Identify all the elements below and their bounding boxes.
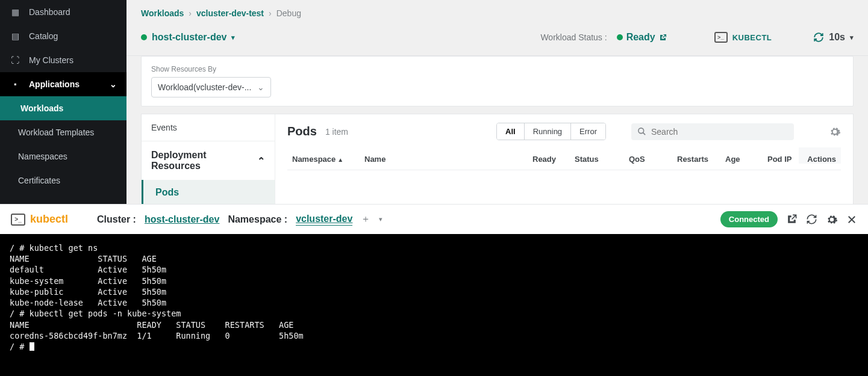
sidebar-sub-label: Namespaces [18,152,67,161]
breadcrumb-item[interactable]: vcluster-dev-test [196,8,264,18]
resource-nav: Events Deployment Resources ⌃ Pods [142,114,275,205]
breadcrumb-sep: › [189,8,192,18]
col-qos[interactable]: QoS [624,155,672,164]
col-actions: Actions [799,147,841,164]
filter-card: Show Resources By Workload(vcluster-dev-… [141,56,854,106]
col-status[interactable]: Status [570,155,624,164]
kubectl-brand: kubectl [30,213,68,226]
sidebar-sub-certificates[interactable]: Certificates [0,168,126,193]
sidebar-item-label: Dashboard [29,7,70,17]
panel-title: Pods [287,125,317,138]
breadcrumb-sep: › [269,8,272,18]
interval-label: 10s [829,32,845,43]
col-age[interactable]: Age [720,155,763,164]
popout-button[interactable] [786,214,798,225]
sidebar-sub-label: Certificates [18,176,60,185]
clusters-icon: ⛶ [10,55,20,65]
chevron-down-icon: ⌄ [110,79,117,89]
kubectl-logo: >_ kubectl [11,213,68,226]
select-value: Workload(vcluster-dev-... [158,82,251,92]
external-link-icon [659,34,667,42]
chevron-down-icon: ▾ [850,34,854,42]
terminal-icon: >_ [11,214,25,226]
kubectl-label: KUBECTL [732,33,772,42]
sidebar-sub-label: Workload Templates [18,128,94,137]
item-count: 1 item [325,127,348,137]
events-label: Events [151,123,177,132]
col-pod-ip[interactable]: Pod IP [763,155,799,164]
status-badge[interactable]: Ready [617,32,667,43]
resources-panel: Events Deployment Resources ⌃ Pods Pods … [141,114,854,206]
terminal-icon: >_ [714,32,728,43]
sidebar-item-my-clusters[interactable]: ⛶ My Clusters [0,48,126,72]
col-name[interactable]: Name [360,155,528,164]
connection-badge: Connected [720,211,778,227]
filter-error-button[interactable]: Error [570,123,605,140]
chevron-up-icon: ⌃ [257,155,265,167]
breadcrumb-current: Debug [276,8,301,18]
breadcrumb-workloads[interactable]: Workloads [141,8,184,18]
search-box[interactable] [631,123,794,140]
resource-filter-select[interactable]: Workload(vcluster-dev-... ⌄ [151,77,271,97]
applications-icon: 🞍 [10,79,20,89]
cluster-selector[interactable]: host-cluster-dev ▾ [141,32,235,43]
sidebar-sub-namespaces[interactable]: Namespaces [0,144,126,168]
sidebar-sub-workload-templates[interactable]: Workload Templates [0,120,126,144]
sidebar-sub-workloads[interactable]: Workloads [0,96,126,120]
svg-point-0 [639,128,644,134]
filter-label: Show Resources By [151,65,843,73]
sort-asc-icon: ▲ [337,156,343,163]
pods-panel: Pods 1 item All Running Error [275,114,853,205]
terminal-output[interactable]: / # kubectl get ns NAME STATUS AGE defau… [0,234,868,376]
settings-button[interactable] [826,214,838,226]
refresh-interval[interactable]: 10s ▾ [813,32,854,43]
status-dot-icon [617,34,623,40]
dr-label: Deployment Resources [151,150,257,171]
status-dot-icon [141,34,147,40]
deployment-resources-header[interactable]: Deployment Resources ⌃ [142,141,275,180]
dashboard-icon: ▦ [10,7,20,17]
search-input[interactable] [651,127,788,137]
close-icon [846,214,857,225]
chevron-down-icon: ⌄ [257,82,264,92]
sidebar-item-label: Applications [29,79,80,89]
kubectl-button[interactable]: >_ KUBECTL [710,29,776,46]
terminal-header: >_ kubectl Cluster : host-cluster-dev Na… [0,204,868,234]
gear-icon [826,214,838,226]
sidebar-item-dashboard[interactable]: ▦ Dashboard [0,0,126,24]
main-content: Workloads › vcluster-dev-test › Debug ho… [126,0,868,204]
filter-running-button[interactable]: Running [524,123,570,140]
search-icon [637,127,646,136]
table-header: Namespace▲ Name Ready Status QoS Restart… [287,147,841,170]
sidebar-item-label: Catalog [29,31,58,41]
sidebar-item-label: My Clusters [29,55,73,65]
workload-status-label: Workload Status : [540,32,607,42]
settings-button[interactable] [829,126,841,138]
add-namespace-button[interactable]: ＋ [361,213,370,226]
refresh-icon [813,32,824,43]
cluster-label: Cluster : [97,214,136,225]
catalog-icon: ▤ [10,31,20,41]
col-namespace[interactable]: Namespace▲ [287,155,360,164]
pods-nav-item[interactable]: Pods [142,180,275,205]
sidebar: ▦ Dashboard ▤ Catalog ⛶ My Clusters 🞍 Ap… [0,0,126,204]
refresh-button[interactable] [806,214,817,225]
cluster-link[interactable]: host-cluster-dev [145,214,219,225]
events-tab[interactable]: Events [142,114,275,141]
col-ready[interactable]: Ready [528,155,570,164]
gear-icon [829,126,841,138]
breadcrumb: Workloads › vcluster-dev-test › Debug [126,0,868,22]
filter-all-button[interactable]: All [497,123,524,140]
namespace-link[interactable]: vcluster-dev [296,214,352,226]
chevron-down-icon[interactable]: ▾ [379,215,382,223]
external-link-icon [786,214,798,225]
col-restarts[interactable]: Restarts [672,155,720,164]
sidebar-sub-label: Workloads [20,103,63,113]
context-bar: host-cluster-dev ▾ Workload Status : Rea… [126,22,868,56]
sidebar-item-catalog[interactable]: ▤ Catalog [0,24,126,48]
status-value: Ready [626,32,655,43]
close-button[interactable] [846,214,857,225]
chevron-down-icon: ▾ [231,34,235,42]
sidebar-item-applications[interactable]: 🞍 Applications ⌄ [0,72,126,96]
status-filter-segment: All Running Error [496,123,606,140]
